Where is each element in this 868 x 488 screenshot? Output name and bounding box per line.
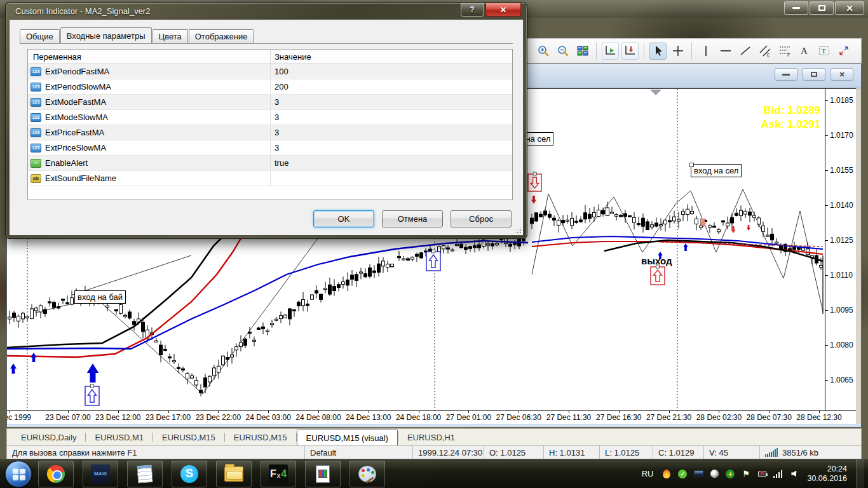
parameter-row[interactable]: 123ExtPriceSlowMA3 [28, 140, 512, 156]
agent-tray-icon[interactable] [709, 469, 719, 479]
trend-line-icon[interactable] [736, 43, 754, 60]
number-type-icon: 123 [31, 113, 41, 122]
parameter-value[interactable]: 100 [271, 67, 512, 76]
taskbar-app-table-doc[interactable] [305, 461, 341, 487]
parameter-row[interactable]: abExtSoundFileName [28, 171, 512, 186]
zoom-in-icon[interactable] [534, 43, 552, 60]
chart-tab-eurusd-m15[interactable]: EURUSD,M15 [225, 429, 296, 445]
parameter-row[interactable]: 123ExtPriceFastMA3 [28, 125, 512, 140]
power-tray-icon[interactable] [757, 469, 767, 479]
display-tray-icon[interactable] [693, 469, 703, 479]
price-axis[interactable]: 1.01851.01701.01551.01401.01251.01101.00… [825, 88, 856, 410]
chart-tab-eurusd-m15-visual-[interactable]: EURUSD,M15 (visual) [297, 430, 398, 445]
chart-close-button[interactable]: ✕ [831, 68, 853, 81]
time-tick [318, 411, 319, 413]
dialog-tab-1[interactable]: Входные параметры [60, 27, 152, 43]
minimize-button[interactable] [784, 1, 808, 15]
fibonacci-icon[interactable]: F [776, 43, 793, 60]
label-entry-sell-right[interactable]: вход на сел [691, 164, 742, 177]
shift-chart-icon[interactable] [602, 43, 619, 60]
column-value[interactable]: Значение [271, 52, 512, 62]
price-tick: 1.0125 [825, 236, 856, 245]
taskbar-app-chrome[interactable] [38, 461, 74, 487]
show-desktop-button[interactable] [857, 459, 864, 488]
tile-windows-icon[interactable] [574, 43, 591, 60]
text-icon[interactable]: A [796, 43, 813, 60]
taskbar-app-notepad[interactable] [127, 461, 163, 487]
price-tick: 1.0065 [825, 376, 856, 384]
svg-text:T: T [822, 47, 826, 55]
taskbar-clock[interactable]: 20:24 30.06.2016 [807, 464, 847, 484]
parameter-value[interactable]: 3 [271, 143, 512, 152]
time-label: 23 Dec 07:00 [45, 413, 90, 422]
status-traffic: 3851/6 kb [759, 446, 841, 459]
taskbar-app-explorer[interactable] [216, 461, 252, 487]
parameter-row[interactable]: 123ExtModeSlowMA3 [28, 110, 512, 125]
volume-icon[interactable] [789, 469, 799, 479]
taskbar-app-paint[interactable] [349, 461, 385, 487]
equidistant-channel-icon[interactable]: E [756, 43, 773, 60]
time-tick [10, 411, 10, 413]
reset-button[interactable]: Сброс [451, 210, 512, 227]
taskbar-app-fx4[interactable]: Fx4 [261, 461, 296, 487]
taskbar-app-skype[interactable]: S [172, 461, 207, 487]
language-indicator[interactable]: RU [642, 469, 654, 478]
chart-tab-eurusd-m1[interactable]: EURUSD,M1 [86, 429, 153, 445]
crosshair-icon[interactable] [669, 43, 686, 60]
start-button[interactable] [5, 461, 32, 487]
dialog-titlebar[interactable]: Custom Indicator - MA2_Signal_ver2 ? ✕ [9, 3, 524, 19]
horizontal-scroll-strip[interactable] [7, 424, 861, 427]
time-tick [519, 411, 519, 413]
dialog-tab-2[interactable]: Цвета [153, 29, 188, 43]
parameter-row[interactable]: 123ExtModeFastMA3 [28, 95, 512, 110]
messenger-tray-icon[interactable]: ✓ [677, 469, 688, 479]
restore-button[interactable] [810, 1, 834, 15]
chart-minimize-icon [782, 74, 790, 76]
parameter-row[interactable]: 123ExtPeriodFastMA100 [28, 64, 512, 79]
cursor-icon[interactable] [649, 43, 667, 60]
label-entry-buy[interactable]: вход на бай [74, 290, 126, 304]
status-profile[interactable]: Default [304, 446, 412, 459]
chart-minimize-button[interactable] [775, 68, 797, 81]
chart-tab-eurusd-daily[interactable]: EURUSD,Daily [12, 429, 85, 445]
time-tick [118, 411, 119, 413]
time-tick [619, 411, 620, 413]
auto-scroll-icon[interactable] [621, 43, 639, 60]
horizontal-line-icon[interactable] [717, 43, 734, 60]
skype-icon: S [180, 465, 198, 483]
zoom-out-icon[interactable] [554, 43, 571, 60]
taskbar-app-maxi[interactable]: MAXI [83, 461, 118, 487]
label-exit[interactable]: выход [641, 255, 672, 266]
status-volume: V: 45 [703, 446, 759, 459]
chart-tab-eurusd-m15[interactable]: EURUSD,M15 [153, 429, 224, 445]
parameter-value[interactable]: 200 [271, 82, 512, 92]
network-signal-icon[interactable] [773, 469, 783, 479]
column-variable[interactable]: Переменная [28, 50, 271, 64]
dialog-close-button[interactable]: ✕ [485, 3, 521, 17]
flame-tray-icon[interactable] [661, 469, 672, 479]
time-label: 24 Dec 08:00 [295, 413, 341, 422]
time-axis[interactable]: 23 Dec 199923 Dec 07:0023 Dec 12:0023 De… [7, 410, 856, 424]
cancel-button[interactable]: Отмена [382, 210, 443, 227]
text-label-icon[interactable]: T [815, 43, 832, 60]
parameter-value[interactable]: 3 [271, 97, 512, 107]
ok-button[interactable]: OK [313, 210, 374, 227]
vertical-line-icon[interactable] [697, 43, 714, 60]
parameter-value[interactable]: true [271, 158, 512, 168]
price-tick: 1.0095 [825, 306, 856, 315]
parameter-value[interactable]: 3 [271, 128, 512, 137]
dialog-tab-3[interactable]: Отображение [189, 29, 254, 43]
parameter-row[interactable]: 123ExtPeriodSlowMA200 [28, 79, 512, 95]
arrows-icon[interactable] [835, 43, 852, 60]
action-center-flag-icon[interactable]: ⚑ [741, 469, 751, 479]
chart-tab-eurusd-h1[interactable]: EURUSD,H1 [398, 429, 464, 445]
parameter-value[interactable]: 3 [271, 112, 512, 122]
chart-restore-button[interactable] [803, 68, 825, 81]
antivirus-tray-icon[interactable]: + [725, 469, 735, 479]
dialog-help-button[interactable]: ? [461, 3, 484, 17]
dialog-tab-0[interactable]: Общие [20, 29, 60, 43]
resize-grip[interactable] [515, 227, 522, 234]
parameter-row[interactable]: ~EnableAlerttrue [28, 156, 512, 171]
parameter-name: ExtPeriodSlowMA [45, 82, 111, 92]
close-button[interactable]: ✕ [835, 1, 864, 15]
